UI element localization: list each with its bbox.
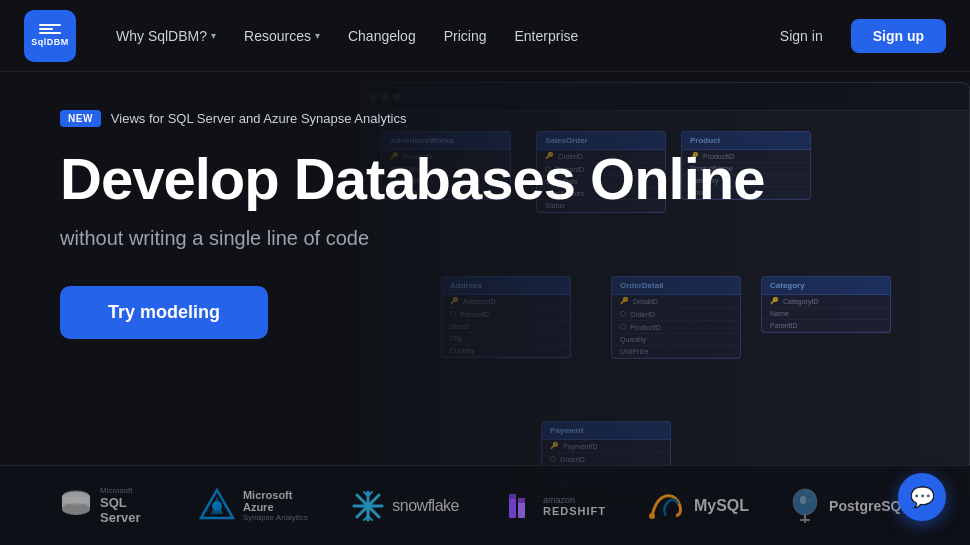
logo-azure: Microsoft Azure Synapse Analytics: [199, 488, 312, 524]
nav-label-changelog: Changelog: [348, 28, 416, 44]
mysql-label: MySQL: [694, 497, 749, 515]
nav-item-resources[interactable]: Resources ▾: [232, 20, 332, 52]
snowflake-label: snowflake: [392, 497, 459, 515]
chevron-down-icon-why: ▾: [211, 30, 216, 41]
chat-icon: 💬: [910, 485, 935, 509]
logo-sql-server: Microsoft SQL Server: [60, 486, 159, 525]
sql-server-icon: [60, 488, 92, 524]
redshift-icon: [499, 488, 535, 524]
chevron-down-icon-resources: ▾: [315, 30, 320, 41]
nav-links: Why SqlDBM? ▾ Resources ▾ Changelog Pric…: [104, 20, 768, 52]
hero-section: AdventureWorks 🔑 PersonID FirstName Last…: [0, 72, 970, 545]
sign-up-button[interactable]: Sign up: [851, 19, 946, 53]
nav-label-why: Why SqlDBM?: [116, 28, 207, 44]
svg-rect-19: [518, 498, 525, 503]
logo-line-3: [39, 32, 61, 34]
nav-item-pricing[interactable]: Pricing: [432, 20, 499, 52]
hero-title: Develop Databases Online: [60, 147, 910, 211]
logos-bar: Microsoft SQL Server Microsoft Azure Syn…: [0, 465, 970, 545]
logo-line-2: [39, 28, 53, 30]
svg-point-22: [805, 491, 815, 501]
logo-text: SqlDBM: [31, 37, 69, 47]
logo-redshift: amazon REDSHIFT: [499, 488, 606, 524]
nav-right: Sign in Sign up: [768, 19, 946, 53]
hero-content: New Views for SQL Server and Azure Synap…: [0, 72, 970, 375]
redshift-label-block: amazon REDSHIFT: [543, 495, 606, 517]
logo-postgresql: PostgreSQL: [789, 488, 910, 524]
nav-label-enterprise: Enterprise: [514, 28, 578, 44]
postgresql-icon: [789, 488, 821, 524]
azure-sub-label: Synapse Analytics: [243, 513, 312, 522]
sql-server-main-label: SQL Server: [100, 495, 159, 525]
svg-point-25: [800, 496, 806, 504]
svg-point-6: [212, 501, 222, 511]
nav-label-pricing: Pricing: [444, 28, 487, 44]
svg-point-20: [649, 513, 655, 519]
navbar: SqlDBM Why SqlDBM? ▾ Resources ▾ Changel…: [0, 0, 970, 72]
logo-snowflake: snowflake: [352, 490, 459, 522]
logo-line-1: [39, 24, 61, 26]
snowflake-icon: [352, 490, 384, 522]
new-badge: New Views for SQL Server and Azure Synap…: [60, 110, 406, 127]
nav-item-changelog[interactable]: Changelog: [336, 20, 428, 52]
nav-item-enterprise[interactable]: Enterprise: [502, 20, 590, 52]
logo-mysql: MySQL: [646, 488, 749, 524]
sql-server-top-label: Microsoft: [100, 486, 159, 495]
hero-subtitle: without writing a single line of code: [60, 227, 910, 250]
nav-item-why[interactable]: Why SqlDBM? ▾: [104, 20, 228, 52]
badge-text: Views for SQL Server and Azure Synapse A…: [111, 111, 407, 126]
badge-tag: New: [60, 110, 101, 127]
nav-label-resources: Resources: [244, 28, 311, 44]
azure-icon: [199, 488, 235, 524]
svg-rect-18: [509, 494, 516, 499]
azure-main-label: Microsoft Azure: [243, 489, 312, 513]
azure-label-block: Microsoft Azure Synapse Analytics: [243, 489, 312, 522]
chat-button[interactable]: 💬: [898, 473, 946, 521]
redshift-top-label: amazon: [543, 495, 606, 505]
mysql-icon: [646, 488, 686, 524]
redshift-main-label: REDSHIFT: [543, 505, 606, 517]
try-modeling-button[interactable]: Try modeling: [60, 286, 268, 339]
logo[interactable]: SqlDBM: [24, 10, 76, 62]
sign-in-button[interactable]: Sign in: [768, 20, 835, 52]
sql-server-label-block: Microsoft SQL Server: [100, 486, 159, 525]
svg-point-11: [365, 502, 372, 509]
